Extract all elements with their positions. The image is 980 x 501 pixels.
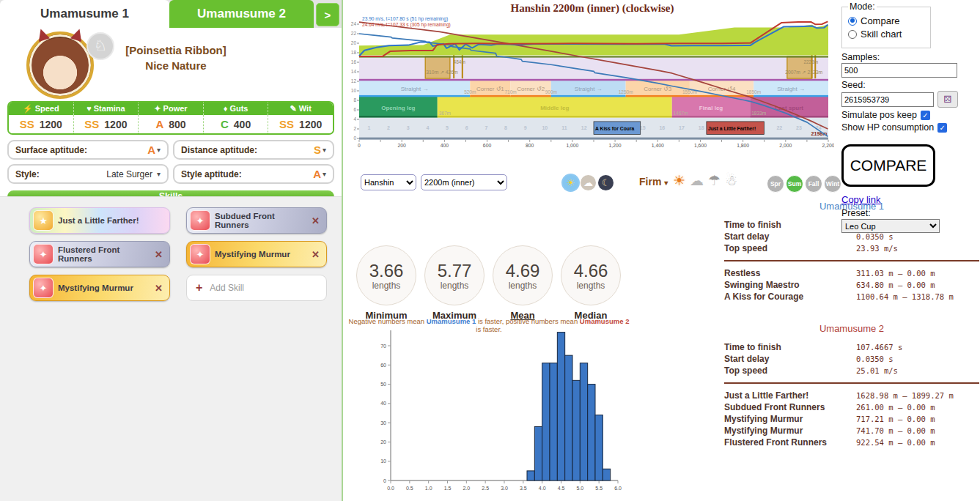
skill-activation-label: A Kiss for Courage (724, 292, 856, 302)
pos-keep-checkbox[interactable]: ✓ (921, 111, 930, 120)
night-icon[interactable]: ☾ (598, 175, 614, 190)
mode-option-skill-chart[interactable]: Skill chart (848, 29, 924, 40)
svg-text:484m: 484m (454, 59, 465, 64)
chevron-right-icon: > (325, 9, 331, 21)
svg-text:24: 24 (351, 21, 357, 26)
svg-text:2: 2 (353, 126, 356, 131)
svg-text:310m ↗ 426m: 310m ↗ 426m (426, 70, 458, 75)
stat-cell-power: A800 (139, 115, 204, 133)
skill-activation-row: Swinging Maestro634.80 m – 0.00 m (724, 279, 979, 291)
mode-option-label: Compare (861, 15, 899, 26)
stat-value[interactable]: 800 (169, 119, 185, 130)
summary-circle: 4.69lengths (493, 245, 553, 305)
samples-input[interactable] (841, 63, 957, 78)
sunny-icon[interactable]: ☀ (673, 172, 685, 189)
season-sum[interactable]: Sum (786, 175, 803, 193)
svg-text:1.5: 1.5 (444, 486, 452, 491)
compare-button[interactable]: COMPARE (841, 144, 935, 187)
skill-chip[interactable]: ✦Mystifying Murmur✕ (186, 241, 327, 267)
remove-skill-button[interactable]: ✕ (152, 249, 165, 260)
result-label: Time to finish (724, 342, 856, 352)
add-skill-button[interactable]: +Add Skill (186, 275, 327, 301)
result-label: Top speed (724, 243, 856, 253)
stat-value[interactable]: 400 (234, 119, 251, 130)
radio-selected[interactable] (848, 17, 857, 26)
aptitude-select-0[interactable]: Surface aptitude:A▾ (7, 140, 169, 160)
skill-activation-value: 717.21 m – 0.00 m (856, 415, 935, 423)
course-select[interactable]: 2200m (inner) (421, 174, 507, 190)
skill-chip[interactable]: ✦Mystifying Murmur✕ (29, 275, 170, 301)
result-label: Time to finish (724, 220, 856, 230)
evening-icon[interactable]: ☁ (581, 175, 596, 190)
svg-text:0.0: 0.0 (387, 486, 394, 491)
svg-text:600: 600 (483, 143, 492, 148)
season-wint[interactable]: Wint (824, 175, 841, 193)
summary-value: 3.66 (369, 261, 404, 281)
skill-name: Mystifying Murmur (215, 250, 305, 259)
svg-text:Corner ↺1: Corner ↺1 (476, 86, 504, 92)
stat-value[interactable]: 1200 (104, 119, 127, 130)
show-hp-checkbox[interactable]: ✓ (937, 123, 947, 133)
skill-chip[interactable]: ★Just a Little Farther! (29, 207, 170, 234)
day-icon[interactable]: ☀ (563, 175, 578, 190)
character-avatar[interactable] (26, 31, 94, 99)
cloudy-icon[interactable]: ☁ (690, 172, 704, 189)
svg-text:8: 8 (504, 125, 507, 130)
ground-condition-select[interactable]: Firm ▾ (639, 176, 668, 188)
skill-activation-value: 1100.64 m – 1318.78 m (856, 292, 954, 301)
aptitude-grade: A (313, 168, 321, 180)
remove-skill-button[interactable]: ✕ (309, 249, 322, 260)
random-seed-button[interactable]: ⚄ (937, 91, 958, 108)
svg-text:900m: 900m (545, 89, 557, 94)
stat-header-speed: ⚡ Speed (9, 103, 74, 115)
mode-option-compare[interactable]: Compare (848, 15, 924, 26)
skill-activation-value: 922.54 m – 0.00 m (856, 438, 935, 447)
svg-text:20: 20 (380, 439, 386, 445)
preset-select[interactable]: Leo Cup (841, 219, 940, 233)
svg-text:4: 4 (353, 116, 356, 122)
stat-grade: A (155, 118, 163, 130)
season-spr[interactable]: Spr (767, 175, 784, 193)
add-skill-label: Add Skill (210, 283, 322, 292)
skill-activation-label: Swinging Maestro (724, 280, 856, 290)
result-value: 25.01 m/s (856, 366, 898, 375)
aptitude-grade: S (314, 144, 321, 156)
show-hp-label: Show HP consumption (841, 122, 934, 133)
result-row: Time to finish107.4667 s (724, 341, 979, 353)
aptitude-select-1[interactable]: Distance aptitude:S▾ (173, 140, 334, 160)
rainy-icon[interactable]: ☂ (708, 172, 721, 189)
aptitude-grid: Surface aptitude:A▾Distance aptitude:S▾S… (7, 140, 334, 184)
summary-unit: lengths (441, 281, 469, 291)
svg-text:1.0: 1.0 (425, 486, 432, 491)
summary-unit: lengths (372, 281, 401, 291)
remove-skill-button[interactable]: ✕ (309, 215, 322, 226)
skill-activation-value: 634.80 m – 0.00 m (856, 281, 935, 289)
svg-text:8: 8 (353, 97, 356, 103)
skill-activation-value: 1628.98 m – 1899.27 m (856, 391, 954, 400)
stat-grade: C (221, 118, 229, 130)
radio-unselected[interactable] (848, 30, 857, 39)
simulation-controls: Mode: CompareSkill chart Samples: Seed: … (841, 1, 978, 233)
tab-umamusume-1[interactable]: Umamusume 1 (0, 0, 169, 28)
season-fall[interactable]: Fall (805, 175, 822, 193)
remove-skill-button[interactable]: ✕ (152, 283, 165, 294)
aptitude-select-3[interactable]: Style aptitude:A▾ (173, 164, 334, 184)
next-character-button[interactable]: > (316, 3, 339, 26)
stat-value[interactable]: 1200 (40, 119, 62, 130)
svg-text:4.5: 4.5 (558, 486, 565, 491)
skill-chip[interactable]: ✦Flustered Front Runners✕ (29, 241, 170, 267)
seed-input[interactable] (841, 92, 934, 107)
copy-link[interactable]: Copy link (841, 194, 880, 205)
skill-chip[interactable]: ✦Subdued Front Runners✕ (186, 207, 327, 234)
track-select[interactable]: Hanshin (361, 174, 416, 190)
result-value: 0.0350 s (856, 355, 894, 363)
aptitude-label: Style: (15, 169, 106, 179)
tab-umamusume-2[interactable]: Umamusume 2 (169, 0, 314, 28)
svg-text:1,600: 1,600 (694, 143, 707, 148)
results-block-2: Umamusume 2Time to finish107.4667 sStart… (724, 323, 979, 448)
stat-cell-wit: SS1200 (268, 115, 333, 133)
stat-value[interactable]: 1200 (299, 119, 322, 130)
race-chart: Opening legMiddle leg367mFinal leg1467mL… (350, 15, 834, 163)
aptitude-select-2[interactable]: Style:Late Surger▾ (7, 164, 169, 184)
snowy-icon[interactable]: ☃ (725, 172, 737, 189)
